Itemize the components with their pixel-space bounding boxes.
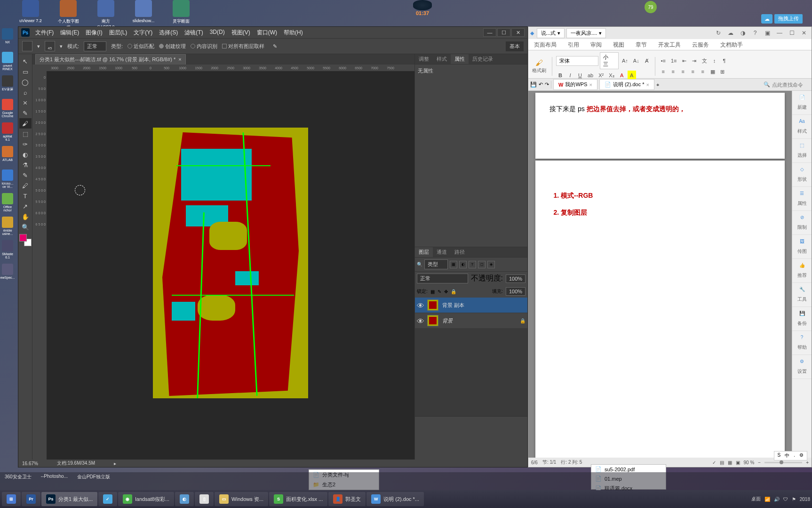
visibility-icon[interactable]: 👁 xyxy=(417,302,423,308)
increase-indent-button[interactable]: ⇥ xyxy=(690,56,699,65)
align-center-button[interactable]: ≡ xyxy=(669,67,677,76)
numbering-button[interactable]: 1≡ xyxy=(669,56,679,65)
menu-item[interactable]: 图层(L) xyxy=(109,29,127,37)
desktop-icon[interactable]: SMaste 6.1 xyxy=(1,240,14,260)
wps-sync-icon[interactable]: ↻ xyxy=(713,29,724,37)
taskbar-item[interactable]: ▯ xyxy=(195,492,214,506)
opacity-value[interactable]: 100% xyxy=(506,274,525,283)
layer-thumbnail[interactable] xyxy=(427,299,438,311)
filter-pixel-icon[interactable]: ▦ xyxy=(450,261,457,268)
side-panel-item[interactable]: ⚙设置 xyxy=(792,355,812,379)
new-tab-button[interactable]: + xyxy=(656,82,659,88)
ribbon-tab[interactable]: 视图 xyxy=(607,39,630,50)
taskbar-item[interactable]: ▭Windows 资... xyxy=(215,492,268,506)
side-panel-item[interactable]: ☰属性 xyxy=(792,187,812,211)
wps-fullscreen-button[interactable]: ▣ xyxy=(762,29,773,37)
title-tab[interactable]: 一夜风凉....▾ xyxy=(566,28,606,38)
tray-volume-icon[interactable]: 🔊 xyxy=(774,497,780,502)
marquee-tool[interactable]: ▭ xyxy=(19,66,32,77)
score-badge[interactable]: 79 xyxy=(645,1,657,13)
radio-content-aware[interactable]: 内容识别 xyxy=(191,43,217,50)
view-outline-icon[interactable]: ▣ xyxy=(736,460,740,465)
distribute-button[interactable]: ≡ xyxy=(699,67,707,76)
font-color-button[interactable]: A xyxy=(618,71,626,80)
ime-item[interactable]: . xyxy=(792,452,796,459)
filter-type-dropdown[interactable]: 类型 xyxy=(424,259,448,269)
tray-desktop-label[interactable]: 桌面 xyxy=(751,496,761,502)
panel-tab[interactable]: 调整 xyxy=(415,54,433,64)
side-panel-item[interactable]: 📄新建 xyxy=(792,91,812,115)
lasso-tool[interactable]: ◯ xyxy=(19,77,32,87)
brush-preview[interactable]: 45 xyxy=(45,41,55,51)
align-justify-button[interactable]: ≡ xyxy=(689,67,697,76)
filter-text-icon[interactable]: T xyxy=(469,261,476,268)
menu-item[interactable]: 选择(S) xyxy=(159,29,178,37)
side-panel-item[interactable]: Aa样式 xyxy=(792,115,812,139)
ps-doc-tab[interactable]: 分类1 最大似然---郝璐洁.tif @ 16.7% (背景 副本, RGB/8… xyxy=(35,54,186,65)
menu-item[interactable]: 文字(Y) xyxy=(134,29,152,37)
redo-icon[interactable]: ↷ xyxy=(545,81,549,88)
ribbon-tab[interactable]: 审阅 xyxy=(585,39,607,50)
lock-paint-icon[interactable]: ✎ xyxy=(438,289,441,294)
side-panel-item[interactable]: ⊘限制 xyxy=(792,211,812,235)
undo-icon[interactable]: ↶ xyxy=(539,81,543,88)
radio-approx-match[interactable]: 近似匹配 xyxy=(127,43,154,50)
desktop-icon[interactable]: Office nchor xyxy=(1,193,14,213)
panel-tab[interactable]: 属性 xyxy=(451,54,469,64)
save-icon[interactable]: 💾 xyxy=(530,81,537,88)
desktop-icon[interactable]: apMat 4.1 xyxy=(1,122,14,142)
menu-item[interactable]: 文件(F) xyxy=(35,29,54,37)
zoom-out-button[interactable]: − xyxy=(758,460,761,465)
zoom-tool[interactable]: 🔍 xyxy=(19,222,32,232)
panel-tab[interactable]: 路径 xyxy=(451,247,469,257)
start-app[interactable]: 360安全卫士 xyxy=(0,472,36,490)
taskbar-item[interactable]: ⊞ xyxy=(2,492,21,506)
close-icon[interactable]: × xyxy=(589,82,592,88)
borders-button[interactable]: ⊞ xyxy=(718,67,727,76)
filter-smart-icon[interactable]: ◈ xyxy=(487,261,495,268)
lock-all-icon[interactable]: 🔒 xyxy=(451,289,456,294)
text-tool[interactable]: T xyxy=(19,191,32,201)
strike-button[interactable]: ab xyxy=(586,71,595,80)
start-app[interactable]: 金山PDF独立版 xyxy=(72,472,115,490)
brush-tool[interactable]: ⬚ xyxy=(19,129,32,139)
ime-item[interactable]: S xyxy=(776,452,782,459)
desktop-icon[interactable]: rimble usine... xyxy=(1,217,14,236)
ime-item[interactable]: ⚙ xyxy=(798,452,805,459)
page-indicator[interactable]: 6/6 xyxy=(531,460,538,465)
align-left-button[interactable]: ≡ xyxy=(659,67,668,76)
desktop-icon[interactable]: Google Chrome xyxy=(1,99,14,119)
desktop-icon[interactable]: ewSpec... xyxy=(1,264,14,283)
menu-item[interactable]: 帮助(H) xyxy=(284,29,303,37)
ribbon-tab[interactable]: 云服务 xyxy=(686,39,715,50)
taskbar-item[interactable]: Pr xyxy=(22,492,40,506)
visibility-icon[interactable]: 👁 xyxy=(417,317,423,324)
wps-page-scroll[interactable]: 接下来是 ps 把边界值去掉，或者变成透明的， 模式--RGB复制图层 xyxy=(528,91,792,458)
chevron-down-icon[interactable]: ▾ xyxy=(599,30,602,36)
ime-item[interactable]: 中 xyxy=(783,452,791,459)
ps-close-button[interactable]: ✕ xyxy=(511,28,525,37)
wps-minimize-button[interactable]: — xyxy=(774,29,785,37)
chevron-down-icon[interactable]: ▾ xyxy=(37,43,40,49)
cloud-upload[interactable]: ☁ 拖拽上传 xyxy=(761,14,803,24)
wps-maximize-button[interactable]: ☐ xyxy=(786,29,797,37)
pen-tool[interactable]: 🖊 xyxy=(19,180,32,191)
stamp-tool[interactable]: ✑ xyxy=(19,139,32,149)
view-print-icon[interactable]: ▤ xyxy=(720,460,724,465)
format-painter-button[interactable]: 🖌 格式刷 xyxy=(530,57,548,76)
side-panel-item[interactable]: 💾备份 xyxy=(792,307,812,331)
highlight-button[interactable]: A xyxy=(628,71,636,80)
ruler-horizontal[interactable]: 3000250020001500100050005001000150020002… xyxy=(32,65,414,71)
blend-mode-dropdown[interactable]: 正常 xyxy=(417,274,468,283)
doc-tab[interactable]: W我的WPS× xyxy=(553,79,597,90)
move-tool[interactable]: ↖ xyxy=(19,56,32,66)
ps-maximize-button[interactable]: ☐ xyxy=(497,28,510,37)
filter-adjust-icon[interactable]: ◐ xyxy=(459,261,467,268)
desktop-icon[interactable]: ATLAB xyxy=(1,146,14,166)
search-icon[interactable]: 🔍 xyxy=(417,262,422,267)
start-app[interactable]: --Photosho... xyxy=(36,472,72,490)
taskbar-item[interactable]: ✓ xyxy=(98,492,117,506)
command-search-input[interactable] xyxy=(772,82,810,88)
ribbon-tab[interactable]: 引用 xyxy=(562,39,585,50)
chevron-right-icon[interactable]: ▸ xyxy=(114,461,116,466)
